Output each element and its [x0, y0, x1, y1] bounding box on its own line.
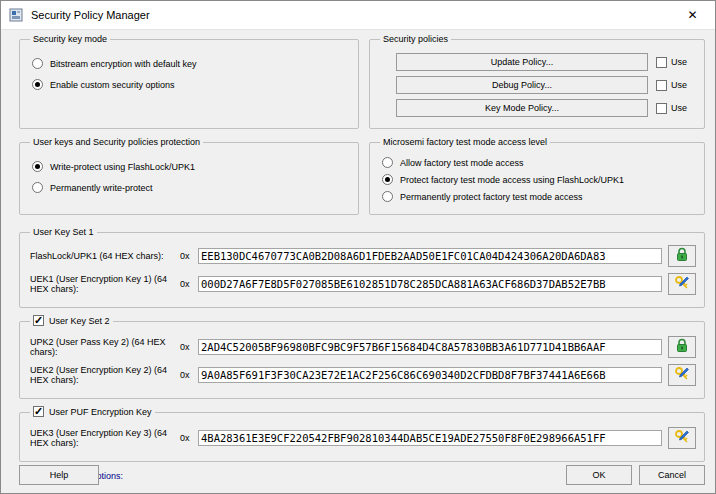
- user-puf-key-toggle[interactable]: User PUF Encryption Key: [33, 406, 152, 417]
- uek3-label: UEK3 (User Encryption Key 3) (64 HEX cha…: [30, 428, 180, 448]
- update-policy-button[interactable]: Update Policy...: [396, 53, 648, 71]
- close-icon[interactable]: ✕: [670, 1, 715, 30]
- hex-prefix: 0x: [180, 433, 198, 443]
- keys-icon: [674, 429, 691, 447]
- group-security-key-mode: Security key mode Bitstream encryption w…: [19, 34, 359, 129]
- group-user-key-set-1: User Key Set 1 FlashLock/UPK1 (64 HEX ch…: [19, 227, 705, 308]
- group-user-key-set-2: User Key Set 2 UPK2 (User Pass Key 2) (6…: [19, 315, 705, 399]
- key-mode-policy-button[interactable]: Key Mode Policy...: [396, 99, 648, 117]
- debug-policy-row: Debug Policy... Use: [396, 76, 696, 94]
- uek2-keys-button[interactable]: [668, 364, 696, 386]
- use-label: Use: [671, 57, 687, 67]
- keys-icon: [674, 366, 691, 384]
- dialog-footer: Help OK Cancel: [19, 465, 705, 485]
- radio-write-protect-flashlock[interactable]: Write-protect using FlashLock/UPK1: [32, 161, 350, 172]
- radio-icon[interactable]: [382, 191, 393, 202]
- group-user-puf-legend: User PUF Encryption Key: [30, 406, 155, 419]
- padlock-icon: [674, 338, 690, 356]
- uek1-keys-button[interactable]: [668, 273, 696, 295]
- key-mode-policy-use[interactable]: Use: [656, 103, 696, 114]
- radio-label: Allow factory test mode access: [400, 158, 524, 168]
- radio-label: Write-protect using FlashLock/UPK1: [50, 162, 195, 172]
- uek2-label: UEK2 (User Encryption Key 2) (64 HEX cha…: [30, 365, 180, 385]
- radio-protect-factory-flashlock[interactable]: Protect factory test mode access using F…: [382, 174, 696, 185]
- debug-policy-use[interactable]: Use: [656, 80, 696, 91]
- uek2-input[interactable]: [198, 367, 662, 383]
- help-button[interactable]: Help: [19, 465, 99, 485]
- hex-prefix: 0x: [180, 342, 198, 352]
- group-protection: User keys and Security policies protecti…: [19, 137, 359, 215]
- radio-allow-factory-access[interactable]: Allow factory test mode access: [382, 157, 696, 168]
- group-user-puf-encryption-key: User PUF Encryption Key UEK3 (User Encry…: [19, 406, 705, 462]
- radio-permanently-protect-factory[interactable]: Permanently protect factory test mode ac…: [382, 191, 696, 202]
- uek3-field-row: UEK3 (User Encryption Key 3) (64 HEX cha…: [30, 427, 696, 449]
- group-user-puf-title: User PUF Encryption Key: [49, 407, 152, 417]
- radio-label: Permanently write-protect: [50, 183, 153, 193]
- radio-icon[interactable]: [382, 174, 393, 185]
- radio-icon[interactable]: [32, 58, 43, 69]
- checkbox-icon[interactable]: [656, 80, 667, 91]
- dialog-content: Security key mode Bitstream encryption w…: [1, 30, 715, 494]
- upk1-input[interactable]: [198, 248, 662, 264]
- upk2-input[interactable]: [198, 339, 662, 355]
- update-policy-row: Update Policy... Use: [396, 53, 696, 71]
- uek2-field-row: UEK2 (User Encryption Key 2) (64 HEX cha…: [30, 364, 696, 386]
- padlock-icon: [674, 247, 690, 265]
- cancel-button[interactable]: Cancel: [639, 465, 705, 485]
- radio-icon[interactable]: [32, 79, 43, 90]
- group-factory-access-title: Microsemi factory test mode access level: [380, 137, 550, 147]
- upk1-field-row: FlashLock/UPK1 (64 HEX chars): 0x: [30, 245, 696, 267]
- uek1-input[interactable]: [198, 276, 662, 292]
- checkbox-icon[interactable]: [33, 406, 44, 417]
- use-label: Use: [671, 80, 687, 90]
- debug-policy-button[interactable]: Debug Policy...: [396, 76, 648, 94]
- checkbox-icon[interactable]: [656, 103, 667, 114]
- uek3-keys-button[interactable]: [668, 427, 696, 449]
- window-title: Security Policy Manager: [31, 9, 670, 21]
- uek1-label: UEK1 (User Encryption Key 1) (64 HEX cha…: [30, 274, 180, 294]
- upk1-label: FlashLock/UPK1 (64 HEX chars):: [30, 251, 180, 261]
- checkbox-icon[interactable]: [33, 315, 44, 326]
- radio-icon[interactable]: [382, 157, 393, 168]
- ok-button[interactable]: OK: [566, 465, 632, 485]
- group-security-key-mode-title: Security key mode: [30, 34, 110, 44]
- radio-enable-custom-security[interactable]: Enable custom security options: [32, 79, 350, 90]
- radio-icon[interactable]: [32, 161, 43, 172]
- user-key-set-2-toggle[interactable]: User Key Set 2: [33, 315, 110, 326]
- group-factory-access: Microsemi factory test mode access level…: [369, 137, 705, 215]
- uek1-field-row: UEK1 (User Encryption Key 1) (64 HEX cha…: [30, 273, 696, 295]
- upk2-label: UPK2 (User Pass Key 2) (64 HEX chars):: [30, 337, 180, 357]
- radio-icon[interactable]: [32, 182, 43, 193]
- group-protection-title: User keys and Security policies protecti…: [30, 137, 203, 147]
- group-user-key-set-1-title: User Key Set 1: [30, 227, 97, 237]
- app-icon: [9, 7, 25, 23]
- group-user-key-set-2-legend: User Key Set 2: [30, 315, 113, 328]
- security-policy-manager-dialog: Security Policy Manager ✕ Security key m…: [0, 0, 716, 494]
- radio-label: Protect factory test mode access using F…: [400, 175, 624, 185]
- upk2-lock-button[interactable]: [668, 336, 696, 358]
- uek3-input[interactable]: [198, 430, 662, 446]
- use-label: Use: [671, 103, 687, 113]
- group-user-key-set-2-title: User Key Set 2: [49, 316, 110, 326]
- hex-prefix: 0x: [180, 279, 198, 289]
- hex-prefix: 0x: [180, 370, 198, 380]
- update-policy-use[interactable]: Use: [656, 57, 696, 68]
- title-bar: Security Policy Manager ✕: [1, 1, 715, 30]
- radio-bitstream-default-key[interactable]: Bitstream encryption with default key: [32, 58, 350, 69]
- group-security-policies-title: Security policies: [380, 34, 451, 44]
- radio-label: Enable custom security options: [50, 80, 175, 90]
- key-mode-policy-row: Key Mode Policy... Use: [396, 99, 696, 117]
- upk2-field-row: UPK2 (User Pass Key 2) (64 HEX chars): 0…: [30, 336, 696, 358]
- group-security-policies: Security policies Update Policy... Use D…: [369, 34, 705, 129]
- keys-icon: [674, 275, 691, 293]
- radio-label: Bitstream encryption with default key: [50, 59, 197, 69]
- radio-permanent-write-protect[interactable]: Permanently write-protect: [32, 182, 350, 193]
- upk1-lock-button[interactable]: [668, 245, 696, 267]
- checkbox-icon[interactable]: [656, 57, 667, 68]
- hex-prefix: 0x: [180, 251, 198, 261]
- radio-label: Permanently protect factory test mode ac…: [400, 192, 583, 202]
